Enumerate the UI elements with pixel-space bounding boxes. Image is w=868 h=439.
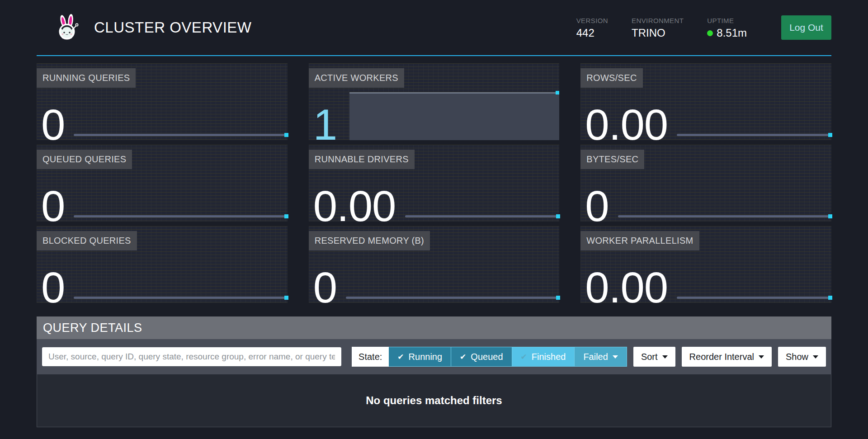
state-filter-label: State:	[352, 347, 389, 367]
state-filter-group: State: ✔ Running ✔ Queued ✔ Finished Fai…	[352, 347, 627, 367]
stat-value: 0.00	[313, 184, 396, 228]
show-button[interactable]: Show	[778, 347, 826, 367]
sparkline-line	[618, 215, 831, 217]
reorder-interval-button[interactable]: Reorder Interval	[682, 347, 772, 367]
show-label: Show	[786, 352, 808, 362]
sparkline	[346, 297, 559, 299]
area-sparkline	[349, 92, 559, 140]
stat-card-bytes-sec: BYTES/SEC 0	[580, 145, 831, 222]
sparkline-dot	[828, 214, 832, 218]
environment-info: ENVIRONMENT TRINO	[632, 17, 684, 38]
uptime-status-dot-icon	[707, 30, 713, 36]
sparkline-dot	[828, 296, 832, 300]
caret-down-icon	[613, 355, 618, 359]
stat-card-reserved-memory: RESERVED MEMORY (B) 0	[309, 226, 560, 303]
environment-label: ENVIRONMENT	[632, 17, 684, 24]
stat-card-rows-sec: ROWS/SEC 0.00	[580, 63, 831, 140]
filter-finished-label: Finished	[532, 352, 566, 362]
stat-card-running-queries: RUNNING QUERIES 0	[37, 63, 288, 140]
trino-bunny-logo-icon	[56, 14, 79, 42]
stat-label: RUNNING QUERIES	[37, 68, 136, 88]
sparkline	[677, 134, 831, 136]
filter-running-label: Running	[409, 352, 443, 362]
stat-value: 0	[585, 184, 609, 228]
log-out-button[interactable]: Log Out	[781, 15, 831, 40]
sparkline-line	[74, 297, 287, 299]
version-label: VERSION	[576, 17, 608, 24]
stat-label: BYTES/SEC	[580, 150, 644, 169]
reorder-interval-label: Reorder Interval	[689, 352, 754, 362]
filter-running-button[interactable]: ✔ Running	[389, 347, 451, 367]
filter-failed-label: Failed	[583, 352, 608, 362]
filter-queued-label: Queued	[471, 352, 503, 362]
stat-value: 0	[41, 184, 65, 228]
sparkline-dot	[284, 133, 288, 137]
filter-failed-dropdown-button[interactable]: Failed	[575, 347, 627, 367]
stat-label: ROWS/SEC	[580, 68, 642, 88]
header-right: VERSION 442 ENVIRONMENT TRINO UPTIME 8.5…	[576, 15, 831, 40]
sparkline-dot	[556, 91, 559, 94]
stat-value: 0.00	[585, 103, 668, 146]
stat-value: 0.00	[585, 266, 668, 309]
stat-label: RESERVED MEMORY (B)	[309, 231, 430, 250]
stat-label: BLOCKED QUERIES	[37, 231, 137, 250]
stat-card-worker-parallelism: WORKER PARALLELISM 0.00	[580, 226, 831, 303]
filter-queued-button[interactable]: ✔ Queued	[451, 347, 512, 367]
query-details-title: QUERY DETAILS	[37, 316, 831, 339]
empty-state-message: No queries matched filters	[366, 394, 502, 407]
sparkline	[618, 215, 831, 217]
sparkline	[677, 297, 831, 299]
sort-button[interactable]: Sort	[633, 347, 675, 367]
uptime-info: UPTIME 8.51m	[707, 17, 747, 38]
sparkline	[74, 134, 287, 136]
sparkline-line	[346, 297, 559, 299]
header: CLUSTER OVERVIEW VERSION 442 ENVIRONMENT…	[37, 0, 831, 55]
version-value: 442	[576, 28, 608, 38]
version-info: VERSION 442	[576, 17, 608, 38]
sparkline	[74, 297, 287, 299]
caret-down-icon	[759, 355, 764, 359]
trino-bunny-logo-svg	[56, 14, 79, 42]
stat-label: RUNNABLE DRIVERS	[309, 150, 415, 169]
sparkline-line	[74, 215, 287, 217]
sparkline-line	[405, 215, 560, 217]
uptime-label: UPTIME	[707, 17, 747, 24]
header-left: CLUSTER OVERVIEW	[56, 14, 251, 42]
stats-grid: RUNNING QUERIES 0 ACTIVE WORKERS 1 ROWS/…	[37, 63, 831, 303]
sparkline	[405, 215, 560, 217]
sort-label: Sort	[641, 352, 658, 362]
sparkline	[74, 215, 287, 217]
header-divider	[37, 55, 831, 56]
uptime-value-row: 8.51m	[707, 28, 747, 38]
stat-value: 0	[41, 266, 65, 309]
stat-label: ACTIVE WORKERS	[309, 68, 404, 88]
sparkline-dot	[556, 214, 560, 218]
sparkline-line	[677, 134, 831, 136]
stat-label: QUEUED QUERIES	[37, 150, 132, 169]
stat-card-blocked-queries: BLOCKED QUERIES 0	[37, 226, 288, 303]
stat-value: 0	[41, 103, 65, 146]
query-results-panel: No queries matched filters	[37, 374, 831, 427]
sparkline-dot	[284, 296, 288, 300]
check-icon: ✔	[521, 353, 527, 361]
sparkline-line	[74, 134, 287, 136]
page-title: CLUSTER OVERVIEW	[94, 19, 251, 36]
stat-value: 1	[313, 103, 337, 146]
stat-label: WORKER PARALLELISM	[580, 231, 699, 250]
sparkline-dot	[828, 133, 832, 137]
cluster-overview-page: CLUSTER OVERVIEW VERSION 442 ENVIRONMENT…	[37, 0, 831, 427]
stat-card-active-workers: ACTIVE WORKERS 1	[309, 63, 560, 140]
stat-card-queued-queries: QUEUED QUERIES 0	[37, 145, 288, 222]
query-details-section: QUERY DETAILS State: ✔ Running ✔ Queued …	[37, 316, 831, 427]
uptime-value: 8.51m	[717, 28, 747, 38]
check-icon: ✔	[460, 353, 466, 361]
stat-card-runnable-drivers: RUNNABLE DRIVERS 0.00	[309, 145, 560, 222]
query-search-input[interactable]	[42, 347, 341, 366]
stat-value: 0	[313, 266, 337, 309]
filter-finished-button[interactable]: ✔ Finished	[512, 347, 575, 367]
check-icon: ✔	[397, 353, 404, 361]
sparkline-line	[677, 297, 831, 299]
caret-down-icon	[813, 355, 818, 359]
query-filter-toolbar: State: ✔ Running ✔ Queued ✔ Finished Fai…	[37, 339, 831, 374]
caret-down-icon	[662, 355, 668, 359]
